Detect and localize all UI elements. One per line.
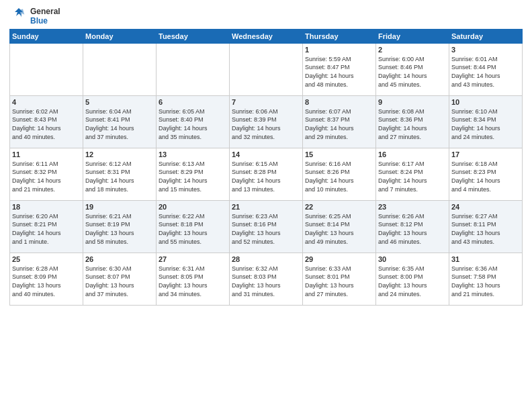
day-number: 31	[451, 255, 520, 263]
cell-content: Sunrise: 6:21 AM Sunset: 8:19 PM Dayligh…	[85, 212, 154, 246]
cell-3-1: 19Sunrise: 6:21 AM Sunset: 8:19 PM Dayli…	[83, 200, 157, 253]
cell-4-2: 27Sunrise: 6:31 AM Sunset: 8:05 PM Dayli…	[157, 253, 230, 305]
cell-content: Sunrise: 6:08 AM Sunset: 8:36 PM Dayligh…	[378, 107, 447, 141]
header-wednesday: Wednesday	[230, 29, 303, 43]
day-number: 12	[85, 150, 154, 158]
cell-content: Sunrise: 6:32 AM Sunset: 8:03 PM Dayligh…	[232, 265, 300, 298]
day-number: 22	[305, 203, 373, 211]
cell-0-5: 2Sunrise: 6:00 AM Sunset: 8:46 PM Daylig…	[376, 43, 449, 95]
day-number: 24	[451, 203, 520, 211]
cell-content: Sunrise: 6:36 AM Sunset: 7:58 PM Dayligh…	[451, 265, 520, 298]
cell-0-1	[83, 43, 157, 95]
cell-1-5: 9Sunrise: 6:08 AM Sunset: 8:36 PM Daylig…	[376, 95, 449, 148]
cell-4-0: 25Sunrise: 6:28 AM Sunset: 8:09 PM Dayli…	[10, 253, 83, 305]
cell-content: Sunrise: 6:30 AM Sunset: 8:07 PM Dayligh…	[85, 265, 154, 298]
cell-0-3	[230, 43, 303, 95]
cell-content: Sunrise: 6:04 AM Sunset: 8:41 PM Dayligh…	[85, 107, 154, 141]
day-number: 6	[159, 98, 227, 106]
cell-content: Sunrise: 6:27 AM Sunset: 8:11 PM Dayligh…	[451, 212, 520, 246]
cell-1-2: 6Sunrise: 6:05 AM Sunset: 8:40 PM Daylig…	[157, 95, 230, 148]
day-number: 23	[378, 203, 447, 211]
cell-0-0	[10, 43, 83, 95]
cell-content: Sunrise: 6:28 AM Sunset: 8:09 PM Dayligh…	[12, 265, 81, 298]
cell-2-3: 14Sunrise: 6:15 AM Sunset: 8:28 PM Dayli…	[230, 148, 303, 200]
day-number: 16	[378, 150, 447, 158]
calendar-table: SundayMondayTuesdayWednesdayThursdayFrid…	[9, 29, 523, 306]
cell-0-2	[157, 43, 230, 95]
cell-content: Sunrise: 6:22 AM Sunset: 8:18 PM Dayligh…	[159, 212, 227, 246]
day-number: 27	[159, 255, 227, 263]
cell-content: Sunrise: 5:59 AM Sunset: 8:47 PM Dayligh…	[305, 55, 373, 89]
day-number: 4	[12, 98, 81, 106]
day-number: 13	[159, 150, 227, 158]
cell-3-3: 21Sunrise: 6:23 AM Sunset: 8:16 PM Dayli…	[230, 200, 303, 253]
header-tuesday: Tuesday	[157, 29, 230, 43]
cell-content: Sunrise: 6:02 AM Sunset: 8:43 PM Dayligh…	[12, 107, 81, 141]
day-number: 20	[159, 203, 227, 211]
day-number: 14	[232, 150, 300, 158]
cell-content: Sunrise: 6:01 AM Sunset: 8:44 PM Dayligh…	[451, 55, 520, 89]
cell-3-2: 20Sunrise: 6:22 AM Sunset: 8:18 PM Dayli…	[157, 200, 230, 253]
day-number: 11	[12, 150, 81, 158]
cell-content: Sunrise: 6:35 AM Sunset: 8:00 PM Dayligh…	[378, 265, 447, 298]
header-friday: Friday	[376, 29, 449, 43]
svg-marker-1	[15, 7, 26, 18]
cell-3-6: 24Sunrise: 6:27 AM Sunset: 8:11 PM Dayli…	[449, 200, 523, 253]
cell-content: Sunrise: 6:23 AM Sunset: 8:16 PM Dayligh…	[232, 212, 300, 246]
cell-3-4: 22Sunrise: 6:25 AM Sunset: 8:14 PM Dayli…	[303, 200, 376, 253]
header-thursday: Thursday	[303, 29, 376, 43]
cell-4-4: 29Sunrise: 6:33 AM Sunset: 8:01 PM Dayli…	[303, 253, 376, 305]
cell-content: Sunrise: 6:13 AM Sunset: 8:29 PM Dayligh…	[159, 160, 227, 193]
cell-content: Sunrise: 6:10 AM Sunset: 8:34 PM Dayligh…	[451, 107, 520, 141]
cell-content: Sunrise: 6:11 AM Sunset: 8:32 PM Dayligh…	[12, 160, 81, 193]
day-number: 29	[305, 255, 373, 263]
cell-2-1: 12Sunrise: 6:12 AM Sunset: 8:31 PM Dayli…	[83, 148, 157, 200]
week-row-2: 4Sunrise: 6:02 AM Sunset: 8:43 PM Daylig…	[10, 95, 523, 148]
header-saturday: Saturday	[449, 29, 523, 43]
day-number: 17	[451, 150, 520, 158]
cell-content: Sunrise: 6:06 AM Sunset: 8:39 PM Dayligh…	[232, 107, 300, 141]
cell-2-0: 11Sunrise: 6:11 AM Sunset: 8:32 PM Dayli…	[10, 148, 83, 200]
cell-1-3: 7Sunrise: 6:06 AM Sunset: 8:39 PM Daylig…	[230, 95, 303, 148]
day-number: 30	[378, 255, 447, 263]
day-number: 25	[12, 255, 81, 263]
day-number: 5	[85, 98, 154, 106]
cell-2-5: 16Sunrise: 6:17 AM Sunset: 8:24 PM Dayli…	[376, 148, 449, 200]
day-number: 1	[305, 46, 373, 54]
cell-1-4: 8Sunrise: 6:07 AM Sunset: 8:37 PM Daylig…	[303, 95, 376, 148]
cell-0-4: 1Sunrise: 5:59 AM Sunset: 8:47 PM Daylig…	[303, 43, 376, 95]
cell-4-1: 26Sunrise: 6:30 AM Sunset: 8:07 PM Dayli…	[83, 253, 157, 305]
day-number: 21	[232, 203, 300, 211]
day-number: 19	[85, 203, 154, 211]
cell-content: Sunrise: 6:05 AM Sunset: 8:40 PM Dayligh…	[159, 107, 227, 141]
day-number: 7	[232, 98, 300, 106]
cell-content: Sunrise: 6:33 AM Sunset: 8:01 PM Dayligh…	[305, 265, 373, 298]
cell-content: Sunrise: 6:31 AM Sunset: 8:05 PM Dayligh…	[159, 265, 227, 298]
cell-content: Sunrise: 6:12 AM Sunset: 8:31 PM Dayligh…	[85, 160, 154, 193]
cell-2-4: 15Sunrise: 6:16 AM Sunset: 8:26 PM Dayli…	[303, 148, 376, 200]
cell-3-0: 18Sunrise: 6:20 AM Sunset: 8:21 PM Dayli…	[10, 200, 83, 253]
header: General Blue	[9, 7, 523, 26]
cell-content: Sunrise: 6:18 AM Sunset: 8:23 PM Dayligh…	[451, 160, 520, 193]
day-number: 10	[451, 98, 520, 106]
cell-0-6: 3Sunrise: 6:01 AM Sunset: 8:44 PM Daylig…	[449, 43, 523, 95]
cell-4-5: 30Sunrise: 6:35 AM Sunset: 8:00 PM Dayli…	[376, 253, 449, 305]
cell-2-6: 17Sunrise: 6:18 AM Sunset: 8:23 PM Dayli…	[449, 148, 523, 200]
cell-content: Sunrise: 6:00 AM Sunset: 8:46 PM Dayligh…	[378, 55, 447, 89]
cell-content: Sunrise: 6:15 AM Sunset: 8:28 PM Dayligh…	[232, 160, 300, 193]
cell-3-5: 23Sunrise: 6:26 AM Sunset: 8:12 PM Dayli…	[376, 200, 449, 253]
header-row: SundayMondayTuesdayWednesdayThursdayFrid…	[10, 29, 523, 43]
cell-2-2: 13Sunrise: 6:13 AM Sunset: 8:29 PM Dayli…	[157, 148, 230, 200]
cell-1-1: 5Sunrise: 6:04 AM Sunset: 8:41 PM Daylig…	[83, 95, 157, 148]
cell-4-3: 28Sunrise: 6:32 AM Sunset: 8:03 PM Dayli…	[230, 253, 303, 305]
week-row-4: 18Sunrise: 6:20 AM Sunset: 8:21 PM Dayli…	[10, 200, 523, 253]
day-number: 8	[305, 98, 373, 106]
day-number: 18	[12, 203, 81, 211]
day-number: 28	[232, 255, 300, 263]
cell-4-6: 31Sunrise: 6:36 AM Sunset: 7:58 PM Dayli…	[449, 253, 523, 305]
day-number: 3	[451, 46, 520, 54]
day-number: 26	[85, 255, 154, 263]
header-monday: Monday	[83, 29, 157, 43]
logo: General Blue	[9, 7, 60, 26]
cell-content: Sunrise: 6:16 AM Sunset: 8:26 PM Dayligh…	[305, 160, 373, 193]
